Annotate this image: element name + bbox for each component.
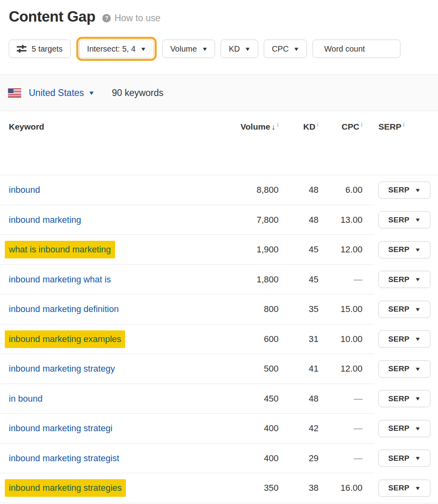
word-count-filter-label: Word count (324, 44, 365, 54)
serp-dropdown-button[interactable]: SERP ▼ (378, 360, 430, 378)
chevron-down-icon: ▼ (415, 486, 421, 491)
page-title: Content Gap (9, 7, 95, 26)
keyword-link[interactable]: what is inbound marketing (5, 241, 115, 258)
chevron-down-icon: ▼ (415, 307, 421, 312)
serp-info-icon[interactable]: i (403, 122, 404, 128)
volume-cell: 400 (227, 423, 279, 434)
cpc-cell: — (319, 423, 362, 434)
volume-cell: 350 (227, 483, 279, 493)
cpc-header-label: CPC (342, 122, 359, 131)
keyword-link[interactable]: in bound (9, 394, 42, 404)
chevron-down-icon: ▼ (415, 217, 421, 222)
cpc-filter-dropdown[interactable]: CPC ▼ (264, 40, 307, 58)
chevron-down-icon: ▼ (293, 46, 300, 52)
serp-dropdown-button[interactable]: SERP ▼ (378, 301, 430, 318)
serp-button-label: SERP (388, 335, 409, 344)
keyword-link[interactable]: inbound marketing what is (9, 274, 111, 285)
kd-column-header[interactable]: KDi (279, 122, 319, 133)
filter-toolbar: 5 targets Intersect: 5, 4 ▼ Volume ▼ KD … (0, 37, 438, 61)
table-header: Keyword Volume↓i KDi CPCi SERPi (0, 111, 438, 175)
keyword-link[interactable]: inbound marketing strategy (9, 364, 115, 374)
keyword-link[interactable]: inbound marketing (9, 215, 81, 225)
volume-info-icon[interactable]: i (277, 122, 279, 128)
keyword-count: 90 keywords (112, 88, 163, 98)
volume-cell: 600 (227, 334, 279, 344)
volume-column-header[interactable]: Volume↓i (227, 122, 279, 133)
kd-header-label: KD (303, 122, 315, 131)
serp-dropdown-button[interactable]: SERP ▼ (378, 241, 430, 258)
word-count-filter-button[interactable]: Word count (313, 40, 400, 58)
cpc-cell: 6.00 (319, 185, 362, 195)
cpc-cell: — (319, 274, 362, 285)
serp-cell: SERP ▼ (362, 390, 438, 407)
cpc-info-icon[interactable]: i (361, 122, 362, 128)
serp-dropdown-button[interactable]: SERP ▼ (378, 330, 430, 348)
chevron-down-icon: ▼ (88, 90, 95, 96)
how-to-use-link[interactable]: ? How to use (102, 13, 160, 24)
kd-cell: 45 (279, 244, 319, 255)
volume-cell: 1,900 (227, 244, 279, 255)
targets-button[interactable]: 5 targets (9, 40, 71, 58)
kd-cell: 48 (279, 215, 319, 225)
keyword-row: inbound marketing 7,800 48 13.00 SERP ▼ (0, 205, 438, 235)
chevron-down-icon: ▼ (415, 366, 421, 372)
keyword-cell: inbound (9, 185, 227, 195)
keyword-row: what is inbound marketing 1,900 45 12.00… (0, 235, 438, 265)
kd-cell: 48 (279, 394, 319, 404)
keyword-link[interactable]: inbound marketing strategist (9, 453, 119, 464)
keyword-row: inbound 8,800 48 6.00 SERP ▼ (0, 175, 438, 205)
keyword-cell: inbound marketing strategist (9, 453, 227, 464)
intersect-dropdown[interactable]: Intersect: 5, 4 ▼ (79, 40, 154, 58)
keyword-cell: in bound (9, 394, 227, 404)
kd-cell: 42 (279, 423, 319, 434)
serp-cell: SERP ▼ (362, 271, 438, 288)
serp-dropdown-button[interactable]: SERP ▼ (378, 420, 430, 437)
serp-dropdown-button[interactable]: SERP ▼ (378, 182, 430, 199)
cpc-filter-label: CPC (272, 44, 289, 54)
serp-dropdown-button[interactable]: SERP ▼ (378, 271, 430, 288)
cpc-cell: 16.00 (319, 483, 362, 493)
chevron-down-icon: ▼ (415, 456, 421, 461)
kd-cell: 38 (279, 483, 319, 493)
chevron-down-icon: ▼ (415, 426, 421, 431)
chevron-down-icon: ▼ (415, 277, 421, 282)
content-gap-page: Content Gap ? How to use 5 targets Inter… (0, 0, 438, 504)
serp-dropdown-button[interactable]: SERP ▼ (378, 480, 430, 497)
serp-dropdown-button[interactable]: SERP ▼ (378, 390, 430, 407)
chevron-down-icon: ▼ (415, 336, 421, 342)
serp-cell: SERP ▼ (362, 420, 438, 437)
serp-cell: SERP ▼ (362, 450, 438, 467)
keyword-cell: inbound marketing what is (9, 274, 227, 285)
keyword-cell: what is inbound marketing (9, 241, 227, 258)
chevron-down-icon: ▼ (415, 188, 421, 193)
volume-cell: 7,800 (227, 215, 279, 225)
serp-cell: SERP ▼ (362, 241, 438, 258)
keyword-row: inbound marketing what is 1,800 45 — SER… (0, 265, 438, 295)
cpc-cell: 13.00 (319, 215, 362, 225)
keyword-row: inbound marketing examples 600 31 10.00 … (0, 324, 438, 354)
serp-dropdown-button[interactable]: SERP ▼ (378, 211, 430, 228)
serp-dropdown-button[interactable]: SERP ▼ (378, 450, 430, 467)
keyword-row: inbound marketing strategist 400 29 — SE… (0, 444, 438, 474)
how-to-use-label: How to use (114, 13, 160, 24)
keyword-link[interactable]: inbound marketing strategi (9, 423, 112, 434)
targets-label: 5 targets (32, 44, 63, 54)
serp-cell: SERP ▼ (362, 480, 438, 497)
keyword-row: inbound marketing strategies 350 38 16.0… (0, 473, 438, 503)
cpc-column-header[interactable]: CPCi (319, 122, 362, 133)
serp-cell: SERP ▼ (362, 211, 438, 228)
keyword-link[interactable]: inbound marketing definition (9, 304, 119, 314)
keyword-row: inbound marketing strategi 400 42 — SERP… (0, 414, 438, 444)
kd-filter-dropdown[interactable]: KD ▼ (221, 40, 258, 58)
keyword-link[interactable]: inbound marketing examples (5, 330, 125, 348)
keyword-link[interactable]: inbound (9, 185, 40, 195)
serp-button-label: SERP (388, 424, 409, 433)
cpc-cell: 15.00 (319, 304, 362, 314)
keyword-cell: inbound marketing examples (9, 330, 227, 348)
country-selector[interactable]: United States ▼ (29, 88, 94, 98)
kd-filter-label: KD (229, 44, 240, 54)
keyword-link[interactable]: inbound marketing strategies (5, 479, 126, 497)
cpc-cell: — (319, 394, 362, 404)
kd-info-icon[interactable]: i (317, 122, 319, 128)
volume-filter-dropdown[interactable]: Volume ▼ (162, 40, 215, 58)
